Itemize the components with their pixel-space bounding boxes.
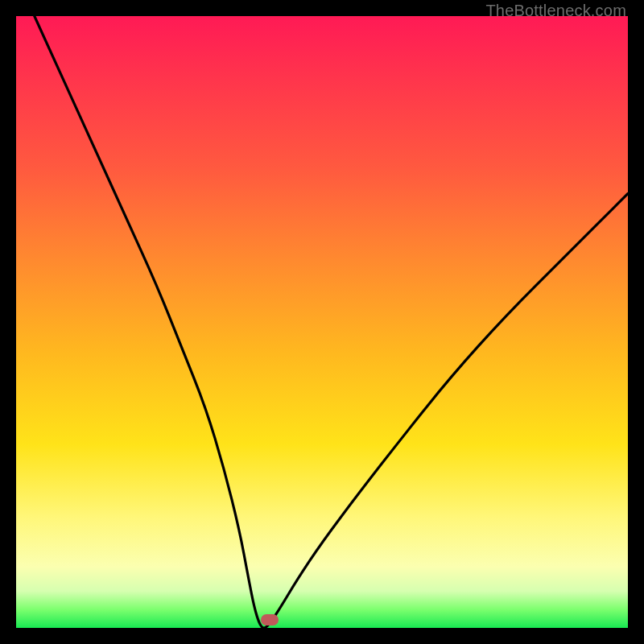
watermark-text: TheBottleneck.com: [485, 2, 626, 20]
plot-area: [16, 16, 628, 628]
optimum-marker: [261, 614, 279, 625]
bottleneck-curve: [16, 16, 628, 628]
chart-frame: TheBottleneck.com: [0, 0, 644, 644]
